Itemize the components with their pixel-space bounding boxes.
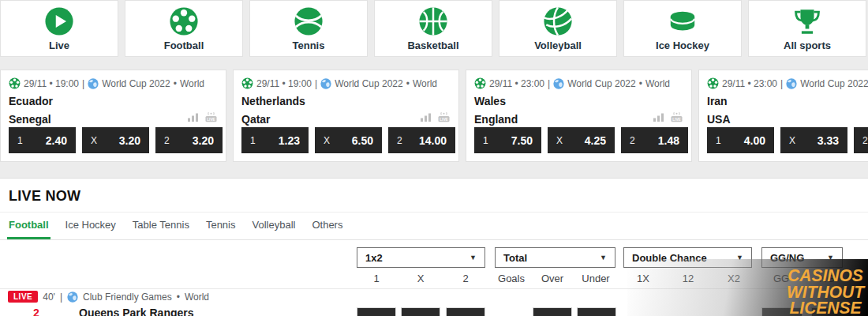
sport-tab-tennis[interactable]: Tennis xyxy=(249,0,368,57)
match-header: 29/11 • 23:00 | World Cup 2022 • World xyxy=(707,77,868,89)
odds-button[interactable]: 2 14.00 xyxy=(388,127,455,153)
column-header: X xyxy=(417,273,425,284)
odds-value: 6.50 xyxy=(352,134,373,147)
trophy-icon xyxy=(792,6,822,37)
column-header: Over xyxy=(541,273,563,284)
live-stream-icon[interactable]: LIVE xyxy=(437,111,451,122)
football-icon xyxy=(9,77,21,89)
sport-tab-volleyball[interactable]: Volleyball xyxy=(499,0,617,57)
odds-button[interactable]: 1 7.50 xyxy=(474,127,541,153)
tab-others[interactable]: Others xyxy=(310,213,344,239)
odds-button[interactable]: 1 1.23 xyxy=(241,127,309,153)
separator: | xyxy=(315,78,317,89)
market-select-double-chance[interactable]: Double Chance ▼ xyxy=(623,247,752,268)
live-icon xyxy=(44,6,74,37)
odds-value: 7.50 xyxy=(511,134,533,147)
match-competition: World Cup 2022 xyxy=(335,78,403,89)
sport-label: Volleyball xyxy=(534,40,582,51)
sport-tab-basketball[interactable]: Basketball xyxy=(374,0,492,57)
odds-button[interactable] xyxy=(357,307,396,316)
market-select-ggng[interactable]: GG/NG ▼ xyxy=(761,247,843,268)
odds-button[interactable]: X 3.20 xyxy=(82,127,149,153)
tab-volleyball[interactable]: Volleyball xyxy=(250,213,297,239)
odds-value: 1.23 xyxy=(279,134,300,147)
odds-button[interactable] xyxy=(811,307,852,316)
odds-button[interactable]: X 6.50 xyxy=(315,127,382,153)
column-header: X2 xyxy=(728,273,740,284)
odds-value: 2.40 xyxy=(46,134,67,147)
globe-icon xyxy=(553,78,564,89)
sport-label: Football xyxy=(164,40,204,51)
odds-button[interactable]: 1 4.00 xyxy=(707,127,774,153)
tab-tennis[interactable]: Tennis xyxy=(204,213,238,239)
odds-button[interactable] xyxy=(401,307,440,316)
match-region: World xyxy=(180,78,204,89)
tab-ice-hockey[interactable]: Ice Hockey xyxy=(64,213,118,239)
odds-button[interactable]: X 4.25 xyxy=(548,127,615,153)
match-card[interactable]: 29/11 • 23:00 | World Cup 2022 • World W… xyxy=(466,70,692,162)
odds-label: 1 xyxy=(716,135,721,146)
live-match-meta: LIVE 40' | Club Friendly Games • World xyxy=(8,291,209,303)
stats-icon[interactable] xyxy=(420,111,432,122)
odds-button[interactable]: X 3.33 xyxy=(780,127,847,153)
odds-value: 3.20 xyxy=(119,134,140,147)
odds-button[interactable]: 1 2.40 xyxy=(9,127,76,153)
divider xyxy=(0,288,868,289)
globe-icon xyxy=(67,292,78,303)
svg-text:LIVE: LIVE xyxy=(672,118,681,122)
column-header: Goals xyxy=(498,273,525,284)
odds-button[interactable] xyxy=(761,307,803,316)
odds-label: X xyxy=(556,135,563,146)
tab-table-tennis[interactable]: Table Tennis xyxy=(131,213,191,239)
match-region: World xyxy=(645,78,670,89)
football-icon xyxy=(241,77,253,89)
match-competition[interactable]: Club Friendly Games xyxy=(83,292,172,303)
odds-button[interactable] xyxy=(577,307,616,316)
separator: • xyxy=(177,292,180,303)
select-value: GG/NG xyxy=(770,252,804,264)
match-card[interactable]: 29/11 • 19:00 | World Cup 2022 • World N… xyxy=(233,70,459,162)
odds-button[interactable]: 2 1.48 xyxy=(621,127,688,153)
select-value: 1x2 xyxy=(365,252,383,264)
featured-matches-row: 29/11 • 19:00 | World Cup 2022 • World E… xyxy=(0,70,868,162)
chevron-down-icon: ▼ xyxy=(470,254,477,261)
chevron-down-icon: ▼ xyxy=(827,254,834,261)
odds-label: X xyxy=(324,135,330,146)
sport-tab-all-sports[interactable]: All sports xyxy=(748,0,866,57)
sport-tab-live[interactable]: Live xyxy=(0,0,118,57)
live-stream-icon[interactable]: LIVE xyxy=(204,111,218,122)
sport-label: Ice Hockey xyxy=(656,40,709,51)
live-stream-icon[interactable]: LIVE xyxy=(670,111,683,122)
odds-button[interactable] xyxy=(533,307,572,316)
stats-icon[interactable] xyxy=(653,111,665,122)
odds-label: 2 xyxy=(862,135,868,146)
odds-button[interactable]: 2 xyxy=(854,127,868,153)
football-icon xyxy=(169,6,199,37)
odds-value: 3.33 xyxy=(817,134,839,147)
home-team[interactable]: Queens Park Rangers xyxy=(79,307,194,316)
match-card[interactable]: 29/11 • 23:00 | World Cup 2022 • World I… xyxy=(698,70,868,162)
odds-label: 2 xyxy=(164,135,170,146)
odds-label: 1 xyxy=(483,135,488,146)
odds-button[interactable]: 2 3.20 xyxy=(155,127,223,153)
tab-football[interactable]: Football xyxy=(7,213,51,239)
globe-icon xyxy=(786,78,797,89)
separator: | xyxy=(82,78,84,89)
sport-label: Live xyxy=(49,40,69,51)
match-card[interactable]: 29/11 • 19:00 | World Cup 2022 • World E… xyxy=(0,70,226,162)
stats-icon[interactable] xyxy=(187,111,200,122)
svg-text:LIVE: LIVE xyxy=(440,118,448,122)
separator: • xyxy=(174,78,177,89)
basketball-icon xyxy=(418,6,448,37)
ice-hockey-icon xyxy=(668,6,698,37)
column-header: GG xyxy=(773,273,789,284)
chevron-down-icon: ▼ xyxy=(736,254,743,261)
column-header: Under xyxy=(582,273,609,284)
market-select-1x2[interactable]: 1x2 ▼ xyxy=(357,247,485,268)
odds-button[interactable] xyxy=(446,307,485,316)
sport-tab-ice-hockey[interactable]: Ice Hockey xyxy=(623,0,742,57)
market-select-total[interactable]: Total ▼ xyxy=(495,247,615,268)
separator: • xyxy=(406,78,410,89)
odds-value: 1.48 xyxy=(658,134,679,147)
sport-tab-football[interactable]: Football xyxy=(125,0,243,57)
